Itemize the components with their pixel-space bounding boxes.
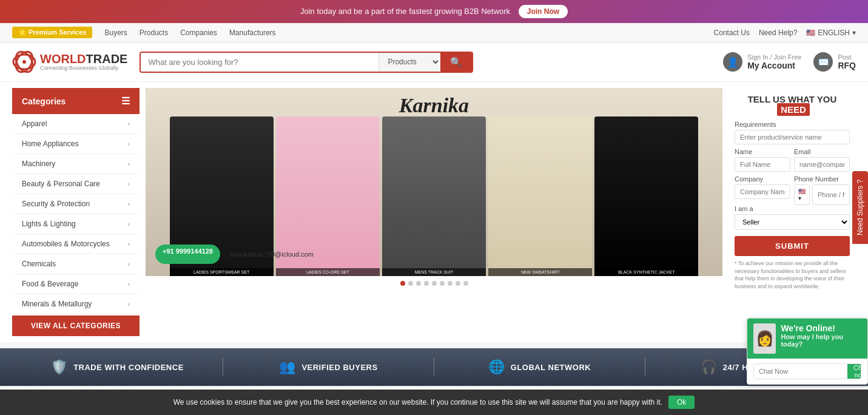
verified-buyers-text: VERIFIED BUYERS xyxy=(301,363,377,372)
sidebar-label-security: Security & Protection xyxy=(22,200,90,208)
verified-icon: 👥 xyxy=(279,359,295,375)
dot-6[interactable] xyxy=(440,281,445,286)
dot-3[interactable] xyxy=(416,281,421,286)
product-figure-4: NEW SWEATSHIRT xyxy=(488,116,592,277)
nav-bar: ⭐ Premium Services Buyers Products Compa… xyxy=(0,23,868,42)
need-help-link[interactable]: Need Help? xyxy=(759,29,797,37)
categories-sidebar: Categories ☰ Apparel › Home Appliances ›… xyxy=(12,88,140,336)
dot-4[interactable] xyxy=(424,281,429,286)
phone-badge[interactable]: +91 9999144128 xyxy=(155,245,220,264)
nav-right: Contact Us Need Help? 🇺🇸 ENGLISH ▾ xyxy=(714,29,856,37)
categories-title: Categories xyxy=(22,96,66,106)
search-category-select[interactable]: Products Companies Buyers xyxy=(378,53,440,72)
sidebar-item-minerals[interactable]: Minerals & Metallurgy › xyxy=(12,294,140,314)
product-label-4: NEW SWEATSHIRT xyxy=(488,268,592,276)
my-account[interactable]: 👤 Sign In / Join Free My Account xyxy=(723,52,801,72)
chevron-right-icon: › xyxy=(127,180,130,187)
chevron-right-icon: › xyxy=(127,160,130,167)
nav-manufacturers[interactable]: Manufacturers xyxy=(229,29,276,37)
sidebar-label-home-appliances: Home Appliances xyxy=(22,140,78,148)
sidebar-item-lights[interactable]: Lights & Lighting › xyxy=(12,214,140,234)
post-text: Post xyxy=(838,53,856,61)
chat-header-text: We're Online! How may I help you today? xyxy=(781,323,861,354)
chat-send-button[interactable]: Chat now xyxy=(847,364,861,379)
rfq-text: RFQ xyxy=(838,61,856,70)
sidebar-item-automobiles[interactable]: Automobiles & Motorcycles › xyxy=(12,234,140,254)
chat-body: Chat now xyxy=(747,359,867,384)
chat-avatar: 👩 xyxy=(753,323,776,354)
phone-input[interactable] xyxy=(812,184,850,205)
company-col: Company xyxy=(735,175,790,205)
shield-icon: 🛡️ xyxy=(51,359,67,375)
feature-trade: 🛡️ TRADE WITH CONFIDENCE xyxy=(12,359,223,375)
need-suppliers-tab[interactable]: Need Suppliers ? xyxy=(852,171,868,244)
dot-7[interactable] xyxy=(448,281,453,286)
nav-companies[interactable]: Companies xyxy=(180,29,217,37)
logo-name: WORLDTRADE xyxy=(40,53,127,65)
sidebar-item-apparel[interactable]: Apparel › xyxy=(12,114,140,134)
logo-sub: Connecting Businesses Globally xyxy=(40,65,127,71)
cookie-bar: We use cookies to ensure that we give yo… xyxy=(0,390,868,415)
chevron-right-icon: › xyxy=(127,300,130,308)
phone-flag[interactable]: 🇺🇸 ▾ xyxy=(794,184,810,205)
logo-text: WORLDTRADE Connecting Businesses Globall… xyxy=(40,53,127,71)
chat-subtitle: How may I help you today? xyxy=(781,333,861,348)
chevron-right-icon: › xyxy=(127,260,130,268)
join-now-button[interactable]: Join Now xyxy=(519,5,568,18)
sidebar-item-machinery[interactable]: Machinery › xyxy=(12,154,140,174)
dot-2[interactable] xyxy=(408,281,413,286)
sidebar-label-apparel: Apparel xyxy=(22,120,47,128)
cookie-ok-button[interactable]: Ok xyxy=(668,396,695,409)
sidebar-item-beauty[interactable]: Beauty & Personal Care › xyxy=(12,174,140,194)
sidebar-item-home-appliances[interactable]: Home Appliances › xyxy=(12,134,140,154)
phone-label: Phone Number xyxy=(794,175,850,183)
dot-8[interactable] xyxy=(456,281,460,286)
role-select[interactable]: Seller Buyer xyxy=(735,214,850,230)
account-text-wrap: Sign In / Join Free My Account xyxy=(747,53,801,70)
name-input[interactable] xyxy=(735,157,790,172)
chevron-right-icon: › xyxy=(127,200,130,208)
post-rfq[interactable]: ✉️ Post RFQ xyxy=(813,52,856,72)
nav-products[interactable]: Products xyxy=(140,29,168,37)
tell-us-title: TELL US WHAT YOU NEED xyxy=(735,94,850,115)
company-label: Company xyxy=(735,175,790,183)
search-bar: Products Companies Buyers 🔍 xyxy=(140,52,473,73)
nav-buyers[interactable]: Buyers xyxy=(104,29,127,37)
view-all-categories-button[interactable]: VIEW ALL CATEGORIES xyxy=(12,315,140,336)
banner-contact: +91 9999144128 arjunkakkar789@icloud.com xyxy=(155,245,314,264)
email-input[interactable] xyxy=(794,157,850,172)
need-text: NEED xyxy=(777,103,810,116)
contact-us-link[interactable]: Contact Us xyxy=(714,29,750,37)
chat-online-text: We're Online! xyxy=(781,323,861,333)
cookie-text: We use cookies to ensure that we give yo… xyxy=(173,398,662,407)
chevron-right-icon: › xyxy=(127,140,130,147)
sidebar-label-food: Food & Beverage xyxy=(22,280,78,288)
feature-buyers: 👥 VERIFIED BUYERS xyxy=(223,359,434,375)
account-icon: 👤 xyxy=(723,52,742,72)
company-input[interactable] xyxy=(735,184,790,199)
submit-button[interactable]: SUBMIT xyxy=(735,236,850,256)
search-input[interactable] xyxy=(141,53,378,72)
chat-input[interactable] xyxy=(754,364,847,379)
chat-header: 👩 We're Online! How may I help you today… xyxy=(747,319,867,359)
chevron-down-icon: ▾ xyxy=(852,29,856,37)
svg-point-3 xyxy=(22,60,26,64)
logo-icon xyxy=(12,50,36,74)
rfq-text-wrap: Post RFQ xyxy=(838,53,856,70)
requirements-input[interactable] xyxy=(735,130,850,144)
globe-icon: 🌐 xyxy=(488,359,505,375)
rfq-icon: ✉️ xyxy=(813,52,833,72)
premium-services-btn[interactable]: ⭐ Premium Services xyxy=(12,27,92,38)
dot-9[interactable] xyxy=(463,281,468,286)
brand-name: Karnika xyxy=(146,94,722,117)
sidebar-item-security[interactable]: Security & Protection › xyxy=(12,194,140,214)
language-selector[interactable]: 🇺🇸 ENGLISH ▾ xyxy=(806,29,856,37)
dot-1[interactable] xyxy=(400,281,405,286)
dot-5[interactable] xyxy=(432,281,437,286)
sidebar-item-food[interactable]: Food & Beverage › xyxy=(12,274,140,294)
search-button[interactable]: 🔍 xyxy=(440,53,472,72)
sidebar-item-chemicals[interactable]: Chemicals › xyxy=(12,254,140,274)
chevron-right-icon: › xyxy=(127,280,130,288)
product-label-3: MENS TRACK SUIT xyxy=(382,268,486,276)
chevron-right-icon: › xyxy=(127,120,130,127)
